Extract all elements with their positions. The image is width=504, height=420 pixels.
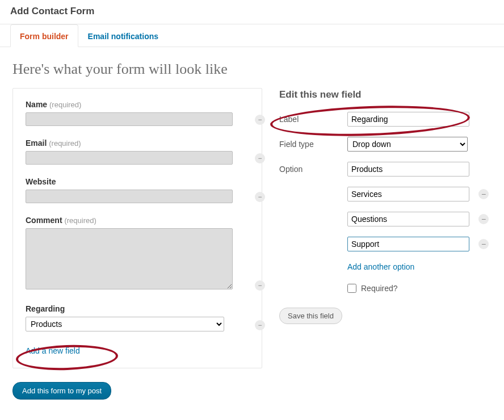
label-label: Label <box>279 115 342 124</box>
required-checkbox[interactable] <box>347 284 356 293</box>
form-preview-panel: Name (required) − Email (required) − Web… <box>12 88 262 368</box>
website-input-preview <box>26 190 233 203</box>
remove-option-icon[interactable]: − <box>478 214 489 224</box>
label-input[interactable] <box>347 112 469 127</box>
option-input-1[interactable] <box>347 187 469 201</box>
drag-handle-icon[interactable]: − <box>255 115 265 125</box>
tabs: Form builder Email notifications <box>0 24 504 47</box>
name-input-preview <box>26 112 233 126</box>
field-email-label: Email <box>26 138 47 148</box>
regarding-select-preview[interactable]: Products <box>26 317 224 331</box>
drag-handle-icon[interactable]: − <box>255 153 265 163</box>
remove-option-icon[interactable]: − <box>478 239 489 249</box>
required-label: Required? <box>361 284 398 293</box>
email-input-preview <box>26 151 233 165</box>
required-hint: (required) <box>49 139 81 148</box>
field-name[interactable]: Name (required) − <box>26 100 249 126</box>
field-regarding[interactable]: Regarding Products − <box>26 304 249 331</box>
field-website[interactable]: Website − <box>26 177 249 203</box>
save-field-button[interactable]: Save this field <box>279 308 342 324</box>
field-type-select[interactable]: Drop down <box>347 137 468 152</box>
drag-handle-icon[interactable]: − <box>255 320 265 330</box>
field-editor-panel: Edit this new field Label Field type Dro… <box>279 88 492 368</box>
remove-option-icon[interactable]: − <box>478 189 489 199</box>
field-regarding-label: Regarding <box>26 304 65 313</box>
field-comment-label: Comment <box>26 216 62 225</box>
label-field-type: Field type <box>279 140 342 149</box>
tab-form-builder[interactable]: Form builder <box>10 24 78 47</box>
drag-handle-icon[interactable]: − <box>255 192 265 202</box>
add-form-to-post-button[interactable]: Add this form to my post <box>12 382 111 400</box>
label-option: Option <box>279 165 342 174</box>
tab-email-notifications[interactable]: Email notifications <box>78 24 168 47</box>
option-input-0[interactable] <box>347 162 469 177</box>
field-website-label: Website <box>26 177 56 186</box>
required-hint: (required) <box>49 100 81 109</box>
field-email[interactable]: Email (required) − <box>26 138 249 165</box>
add-new-field-link[interactable]: Add a new field <box>26 344 249 355</box>
add-option-link[interactable]: Add another option <box>347 262 414 271</box>
drag-handle-icon[interactable]: − <box>255 280 265 291</box>
option-input-2[interactable] <box>347 212 469 226</box>
required-hint: (required) <box>64 216 96 225</box>
comment-textarea-preview <box>26 228 233 289</box>
editor-title: Edit this new field <box>279 89 492 100</box>
field-comment[interactable]: Comment (required) − <box>26 216 249 292</box>
preview-heading: Here's what your form will look like <box>12 61 492 78</box>
option-input-3[interactable] <box>347 237 469 251</box>
page-title: Add Contact Form <box>0 0 504 24</box>
field-name-label: Name <box>26 100 47 109</box>
